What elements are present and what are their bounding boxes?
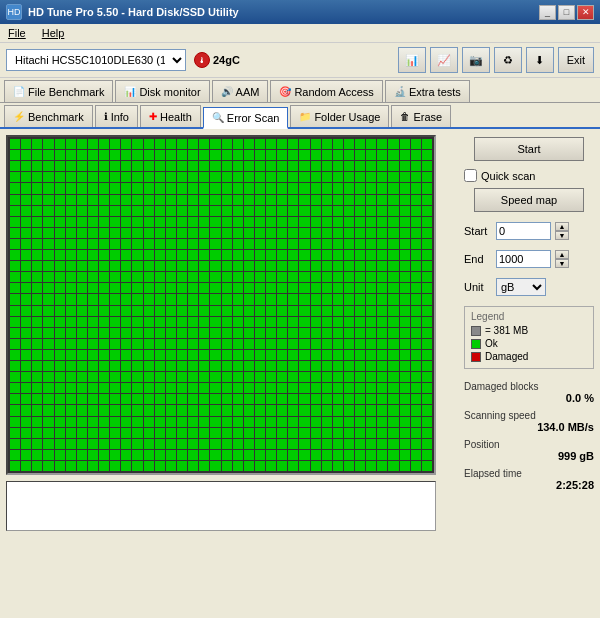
quick-scan-checkbox[interactable] — [464, 169, 477, 182]
camera-icon-btn[interactable]: 📷 — [462, 47, 490, 73]
tab-extra-tests-label: Extra tests — [409, 86, 461, 98]
grid-cell — [21, 394, 31, 404]
grid-cell — [277, 417, 287, 427]
elapsed-time-stat: Elapsed time 2:25:28 — [464, 468, 594, 491]
tab-erase[interactable]: 🗑 Erase — [391, 105, 451, 127]
close-button[interactable]: ✕ — [577, 5, 594, 20]
grid-cell — [144, 328, 154, 338]
grid-cell — [144, 405, 154, 415]
grid-cell — [255, 405, 265, 415]
grid-cell — [244, 461, 254, 471]
grid-cell — [199, 372, 209, 382]
tab-info[interactable]: ℹ Info — [95, 105, 138, 127]
tab-health[interactable]: ✚ Health — [140, 105, 201, 127]
erase-icon: 🗑 — [400, 111, 410, 122]
grid-cell — [88, 328, 98, 338]
grid-cell — [110, 394, 120, 404]
grid-cell — [299, 228, 309, 238]
grid-cell — [311, 228, 321, 238]
grid-cell — [411, 183, 421, 193]
grid-cell — [77, 294, 87, 304]
grid-cell — [32, 339, 42, 349]
grid-cell — [155, 183, 165, 193]
refresh-icon-btn[interactable]: ♻ — [494, 47, 522, 73]
exit-button[interactable]: Exit — [558, 47, 594, 73]
maximize-button[interactable]: □ — [558, 5, 575, 20]
grid-cell — [43, 439, 53, 449]
tab-folder-usage[interactable]: 📁 Folder Usage — [290, 105, 389, 127]
end-spin-down[interactable]: ▼ — [555, 259, 569, 268]
tab-extra-tests[interactable]: 🔬 Extra tests — [385, 80, 470, 102]
grid-cell — [77, 317, 87, 327]
grid-cell — [99, 317, 109, 327]
grid-cell — [188, 306, 198, 316]
grid-cell — [10, 350, 20, 360]
grid-cell — [377, 183, 387, 193]
chart-icon-btn[interactable]: 📈 — [430, 47, 458, 73]
grid-cell — [66, 306, 76, 316]
start-spin-input[interactable] — [496, 222, 551, 240]
grid-cell — [233, 161, 243, 171]
grid-cell — [121, 228, 131, 238]
scanning-speed-value: 134.0 MB/s — [464, 421, 594, 433]
start-button[interactable]: Start — [474, 137, 584, 161]
grid-cell — [388, 172, 398, 182]
grid-cell — [400, 383, 410, 393]
grid-cell — [299, 161, 309, 171]
grid-cell — [210, 139, 220, 149]
grid-cell — [132, 339, 142, 349]
download-icon-btn[interactable]: ⬇ — [526, 47, 554, 73]
grid-cell — [255, 317, 265, 327]
minimize-button[interactable]: _ — [539, 5, 556, 20]
grid-cell — [66, 450, 76, 460]
grid-cell — [222, 161, 232, 171]
tab-aam[interactable]: 🔊 AAM — [212, 80, 269, 102]
grid-cell — [233, 428, 243, 438]
grid-cell — [311, 339, 321, 349]
grid-cell — [222, 317, 232, 327]
tab-disk-monitor[interactable]: 📊 Disk monitor — [115, 80, 209, 102]
tab-file-benchmark[interactable]: 📄 File Benchmark — [4, 80, 113, 102]
grid-cell — [311, 172, 321, 182]
end-spin-up[interactable]: ▲ — [555, 250, 569, 259]
speed-map-button[interactable]: Speed map — [474, 188, 584, 212]
grid-cell — [344, 294, 354, 304]
tab-error-scan[interactable]: 🔍 Error Scan — [203, 107, 289, 129]
grid-cell — [55, 139, 65, 149]
grid-cell — [400, 261, 410, 271]
grid-cell — [377, 217, 387, 227]
grid-cell — [299, 183, 309, 193]
grid-cell — [144, 417, 154, 427]
grid-cell — [166, 172, 176, 182]
grid-cell — [110, 306, 120, 316]
grid-cell — [233, 261, 243, 271]
tab-benchmark[interactable]: ⚡ Benchmark — [4, 105, 93, 127]
grid-cell — [88, 250, 98, 260]
grid-cell — [88, 294, 98, 304]
grid-cell — [411, 339, 421, 349]
grid-cell — [311, 161, 321, 171]
menu-help[interactable]: Help — [38, 26, 69, 40]
grid-cell — [311, 272, 321, 282]
start-spin-down[interactable]: ▼ — [555, 231, 569, 240]
grid-cell — [355, 206, 365, 216]
grid-cell — [88, 172, 98, 182]
start-spin-up[interactable]: ▲ — [555, 222, 569, 231]
tab-aam-label: AAM — [236, 86, 260, 98]
grid-cell — [355, 239, 365, 249]
menu-file[interactable]: File — [4, 26, 30, 40]
grid-cell — [132, 283, 142, 293]
grid-cell — [388, 294, 398, 304]
grid-cell — [121, 339, 131, 349]
unit-select[interactable]: gB MB — [496, 278, 546, 296]
grid-cell — [110, 283, 120, 293]
grid-cell — [99, 283, 109, 293]
grid-cell — [10, 361, 20, 371]
info-icon-btn[interactable]: 📊 — [398, 47, 426, 73]
drive-select[interactable]: Hitachi HCS5C1010DLE630 (1000 gB) — [6, 49, 186, 71]
end-spin-input[interactable] — [496, 250, 551, 268]
grid-cell — [322, 294, 332, 304]
tab-random-access[interactable]: 🎯 Random Access — [270, 80, 382, 102]
grid-cell — [177, 428, 187, 438]
grid-cell — [166, 461, 176, 471]
